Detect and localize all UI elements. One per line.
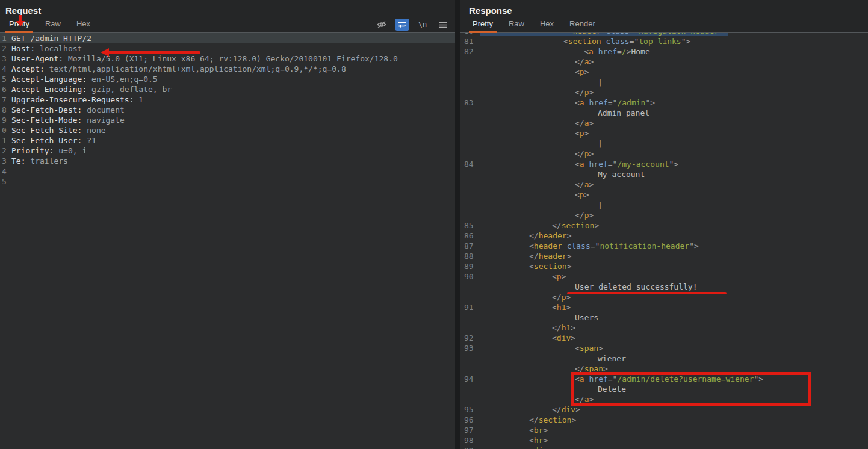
code-line-text: </section> [480, 220, 599, 231]
line-number: 1 [0, 135, 8, 146]
code-row[interactable]: 83<a href="/admin"> [460, 98, 868, 108]
code-line-text: <h1> [480, 302, 571, 312]
code-row[interactable]: 89<section> [460, 261, 868, 271]
code-row[interactable]: 90<p> [460, 271, 868, 282]
line-number: 7 [0, 94, 8, 105]
tab-raw[interactable]: Raw [42, 17, 64, 32]
panel-divider[interactable] [455, 0, 460, 449]
code-row[interactable]: 98<hr> [460, 435, 868, 445]
menu-icon[interactable] [436, 19, 450, 31]
code-row[interactable]: | [460, 200, 868, 210]
red-left-arrow-annotation [101, 48, 200, 57]
code-row[interactable]: 8Sec-Fetch-Dest: document [0, 105, 455, 115]
code-row[interactable]: 81<section class="top-links"> [460, 36, 868, 46]
code-row[interactable]: 4 [0, 166, 455, 176]
word-wrap-icon[interactable] [395, 19, 409, 31]
code-row[interactable]: </p> [460, 210, 868, 220]
newline-icon[interactable]: \n [415, 19, 430, 31]
code-row[interactable]: 3User-Agent: Mozilla/5.0 (X11; Linux x86… [0, 54, 455, 64]
code-row[interactable]: 88</header> [460, 251, 868, 261]
code-line-text: Admin panel [480, 108, 649, 118]
code-row[interactable]: wiener - [460, 353, 868, 364]
line-number: 82 [460, 46, 480, 57]
code-row[interactable]: </p> [460, 149, 868, 159]
code-row[interactable]: 84<a href="/my-account"> [460, 159, 868, 169]
line-number: 85 [460, 220, 480, 231]
line-number: 2 [0, 146, 8, 156]
code-row[interactable]: 6Accept-Encoding: gzip, deflate, br [0, 84, 455, 94]
code-line-text: <section class="top-links"> [480, 36, 690, 46]
code-row[interactable]: Users [460, 312, 868, 323]
request-tabstrip: PrettyRawHex \n [0, 17, 455, 33]
code-line-text: <hr> [480, 435, 548, 445]
code-line-text: User-Agent: Mozilla/5.0 (X11; Linux x86_… [8, 54, 398, 64]
line-number: 91 [460, 302, 480, 312]
code-row[interactable]: User deleted successfully! [460, 282, 868, 292]
line-number: 3 [0, 54, 8, 64]
line-number: 96 [460, 415, 480, 425]
code-row[interactable]: 5 [0, 176, 455, 187]
line-number: 84 [460, 159, 480, 169]
line-number: 9 [0, 115, 8, 125]
code-row[interactable]: </a> [460, 118, 868, 128]
code-row[interactable]: </a> [460, 179, 868, 190]
code-row[interactable]: Admin panel [460, 108, 868, 118]
code-row[interactable]: 5Accept-Language: en-US,en;q=0.5 [0, 74, 455, 84]
code-row[interactable]: | [460, 77, 868, 87]
code-row[interactable]: 92<div> [460, 333, 868, 343]
eye-off-icon[interactable] [374, 19, 389, 31]
code-row[interactable]: </h1> [460, 323, 868, 333]
line-number: 95 [460, 404, 480, 415]
code-line-text: GET /admin HTTP/2 [8, 33, 91, 43]
request-title: Request [5, 5, 41, 16]
tab-raw[interactable]: Raw [505, 17, 528, 32]
code-row[interactable]: 87<header class="notification-header"> [460, 241, 868, 251]
code-line-text: <header class="notification-header"> [480, 241, 699, 251]
tab-hex[interactable]: Hex [73, 17, 94, 32]
code-row[interactable]: </p> [460, 87, 868, 98]
code-row[interactable]: 2Priority: u=0, i [0, 146, 455, 156]
code-row[interactable]: <p> [460, 190, 868, 200]
code-row[interactable]: 0Sec-Fetch-Site: none [0, 125, 455, 135]
code-row[interactable]: My account [460, 169, 868, 179]
code-row[interactable]: 91<h1> [460, 302, 868, 312]
code-row[interactable]: 1GET /admin HTTP/2 [0, 33, 455, 43]
tab-pretty[interactable]: Pretty [469, 17, 497, 32]
code-line-text: Accept: text/html,application/xhtml+xml,… [8, 64, 346, 74]
code-row[interactable]: 99<div> [460, 445, 868, 449]
code-line-text: </a> [480, 179, 594, 190]
code-row[interactable]: | [460, 138, 868, 149]
code-row[interactable]: 3Te: trailers [0, 156, 455, 166]
code-line-text: Sec-Fetch-User: ?1 [8, 135, 96, 146]
line-number: 99 [460, 445, 480, 449]
code-row[interactable]: 93<span> [460, 343, 868, 353]
request-editor[interactable]: 1GET /admin HTTP/22Host: localhost3User-… [0, 33, 455, 449]
code-row[interactable]: 96</section> [460, 415, 868, 425]
code-row[interactable]: 9Sec-Fetch-Mode: navigate [0, 115, 455, 125]
code-line-text: Te: trailers [8, 156, 68, 166]
code-line-text: My account [480, 169, 645, 179]
code-line-text: User deleted successfully! [480, 282, 698, 292]
response-titlebar: Response [460, 0, 868, 17]
code-row[interactable]: <p> [460, 67, 868, 77]
code-row[interactable]: 2Host: localhost [0, 43, 455, 54]
code-row[interactable]: 85</section> [460, 220, 868, 231]
code-line-text: Host: localhost [8, 43, 82, 54]
code-row[interactable]: 7Upgrade-Insecure-Requests: 1 [0, 94, 455, 105]
code-line-text: <span> [480, 343, 603, 353]
code-line-text: <a href="/my-account"> [480, 159, 678, 169]
code-row[interactable]: 82<a href=/>Home [460, 46, 868, 57]
code-line-text: <a href=/>Home [480, 46, 650, 57]
code-row[interactable]: 86</header> [460, 231, 868, 241]
tab-hex[interactable]: Hex [536, 17, 557, 32]
code-row[interactable]: <p> [460, 128, 868, 138]
code-row[interactable]: 4Accept: text/html,application/xhtml+xml… [0, 64, 455, 74]
code-line-text: Upgrade-Insecure-Requests: 1 [8, 94, 143, 105]
tab-render[interactable]: Render [566, 17, 599, 32]
code-line-text: | [480, 138, 603, 149]
code-row[interactable]: 97<br> [460, 425, 868, 435]
code-row[interactable]: 1Sec-Fetch-User: ?1 [0, 135, 455, 146]
code-row[interactable]: </a> [460, 57, 868, 67]
line-number: 81 [460, 36, 480, 46]
response-title: Response [469, 5, 512, 16]
